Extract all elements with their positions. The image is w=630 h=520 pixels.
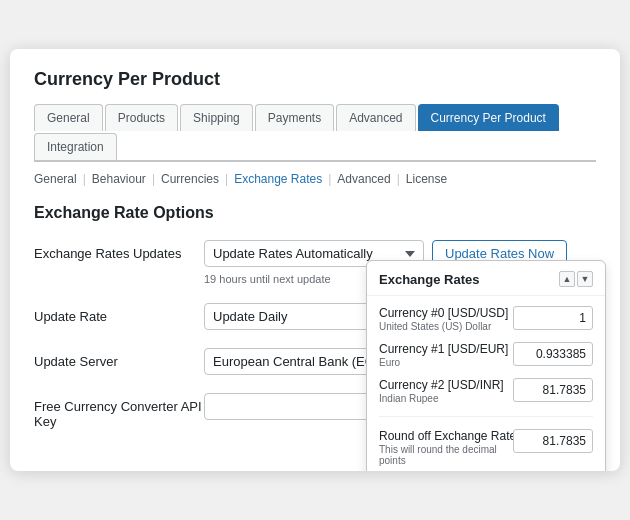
sub-nav-sep-4: | — [328, 172, 331, 186]
exchange-label-2: Currency #2 [USD/INR] — [379, 378, 505, 392]
page-title: Currency Per Product — [34, 69, 596, 90]
update-server-label: Update Server — [34, 348, 204, 369]
panel-arrow-up[interactable]: ▲ — [559, 271, 575, 287]
tab-shipping[interactable]: Shipping — [180, 104, 253, 131]
section-title: Exchange Rate Options — [34, 204, 596, 222]
exchange-input-2[interactable] — [513, 378, 593, 402]
exchange-sublabel-round: This will round the decimal points — [379, 444, 505, 466]
exchange-label-0: Currency #0 [USD/USD] — [379, 306, 505, 320]
tab-payments[interactable]: Payments — [255, 104, 334, 131]
exchange-label-1: Currency #1 [USD/EUR] — [379, 342, 505, 356]
sub-nav-license[interactable]: License — [406, 172, 447, 186]
sub-nav-sep-5: | — [397, 172, 400, 186]
sub-nav: General | Behaviour | Currencies | Excha… — [34, 172, 596, 186]
exchange-panel-title: Exchange Rates — [379, 272, 479, 287]
exchange-input-0[interactable] — [513, 306, 593, 330]
sub-nav-sep-2: | — [152, 172, 155, 186]
sub-nav-advanced[interactable]: Advanced — [337, 172, 390, 186]
exchange-row-round: Round off Exchange Rates This will round… — [379, 429, 593, 466]
sub-nav-currencies[interactable]: Currencies — [161, 172, 219, 186]
exchange-label-round: Round off Exchange Rates — [379, 429, 505, 443]
exchange-panel-header: Exchange Rates ▲ ▼ — [367, 261, 605, 296]
panel-arrows: ▲ ▼ — [559, 271, 593, 287]
tab-general[interactable]: General — [34, 104, 103, 131]
sub-nav-sep-3: | — [225, 172, 228, 186]
exchange-row-0: Currency #0 [USD/USD] United States (US)… — [379, 306, 593, 332]
exchange-input-1[interactable] — [513, 342, 593, 366]
sub-nav-sep-1: | — [83, 172, 86, 186]
api-key-label: Free Currency Converter API Key — [34, 393, 204, 429]
exchange-sublabel-1: Euro — [379, 357, 505, 368]
exchange-rates-panel: Exchange Rates ▲ ▼ Currency #0 [USD/USD]… — [366, 260, 606, 471]
exchange-rates-updates-row: Exchange Rates Updates Update Rates Auto… — [34, 240, 596, 285]
exchange-label-wrap-0: Currency #0 [USD/USD] United States (US)… — [379, 306, 505, 332]
exchange-rates-updates-label: Exchange Rates Updates — [34, 240, 204, 261]
exchange-label-wrap-2: Currency #2 [USD/INR] Indian Rupee — [379, 378, 505, 404]
exchange-sublabel-0: United States (US) Dollar — [379, 321, 505, 332]
update-rate-label: Update Rate — [34, 303, 204, 324]
exchange-input-round[interactable] — [513, 429, 593, 453]
tab-currency-per-product[interactable]: Currency Per Product — [418, 104, 559, 131]
exchange-row-1: Currency #1 [USD/EUR] Euro — [379, 342, 593, 368]
exchange-label-wrap-round: Round off Exchange Rates This will round… — [379, 429, 505, 466]
main-window: Currency Per Product General Products Sh… — [10, 49, 620, 471]
tab-advanced[interactable]: Advanced — [336, 104, 415, 131]
exchange-row-2: Currency #2 [USD/INR] Indian Rupee — [379, 378, 593, 404]
exchange-sublabel-2: Indian Rupee — [379, 393, 505, 404]
form: Exchange Rates Updates Update Rates Auto… — [34, 240, 596, 429]
sub-nav-general[interactable]: General — [34, 172, 77, 186]
tab-integration[interactable]: Integration — [34, 133, 117, 160]
tab-products[interactable]: Products — [105, 104, 178, 131]
panel-arrow-down[interactable]: ▼ — [577, 271, 593, 287]
sub-nav-exchange-rates[interactable]: Exchange Rates — [234, 172, 322, 186]
exchange-divider — [379, 416, 593, 417]
main-tabs: General Products Shipping Payments Advan… — [34, 104, 596, 162]
exchange-panel-body: Currency #0 [USD/USD] United States (US)… — [367, 296, 605, 471]
sub-nav-behaviour[interactable]: Behaviour — [92, 172, 146, 186]
exchange-label-wrap-1: Currency #1 [USD/EUR] Euro — [379, 342, 505, 368]
